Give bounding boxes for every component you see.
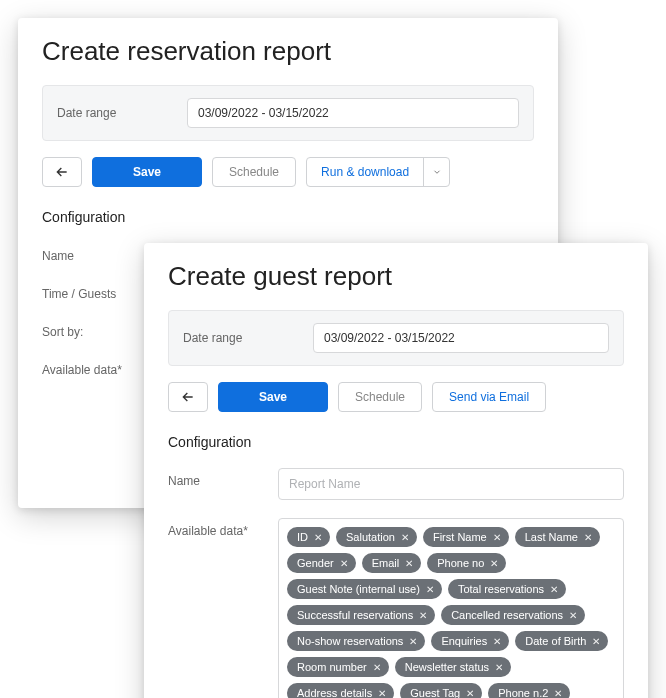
close-icon[interactable]: ✕	[419, 610, 427, 621]
available-data-row: Available data* ID✕Salutation✕First Name…	[168, 518, 624, 698]
run-download-button[interactable]: Run & download	[307, 158, 423, 186]
data-chip[interactable]: Last Name✕	[515, 527, 600, 547]
data-chip[interactable]: Guest Tag✕	[400, 683, 482, 698]
name-label: Name	[42, 243, 132, 263]
chip-label: Email	[372, 557, 400, 569]
data-chip[interactable]: Successful reservations✕	[287, 605, 435, 625]
page-title: Create guest report	[168, 261, 624, 292]
data-chip[interactable]: Gender✕	[287, 553, 356, 573]
guest-report-panel: Create guest report Date range Save Sche…	[144, 243, 648, 698]
data-chip[interactable]: No-show reservations✕	[287, 631, 425, 651]
configuration-heading: Configuration	[42, 209, 534, 225]
data-chip[interactable]: Newsletter status✕	[395, 657, 511, 677]
chip-label: Newsletter status	[405, 661, 489, 673]
chip-label: Room number	[297, 661, 367, 673]
available-data-label: Available data*	[168, 518, 258, 538]
chip-label: Gender	[297, 557, 334, 569]
chip-label: Last Name	[525, 531, 578, 543]
data-chip[interactable]: Salutation✕	[336, 527, 417, 547]
data-chip[interactable]: Date of Birth✕	[515, 631, 608, 651]
chip-label: Total reservations	[458, 583, 544, 595]
run-download-dropdown[interactable]	[423, 158, 449, 186]
save-button[interactable]: Save	[218, 382, 328, 412]
close-icon[interactable]: ✕	[314, 532, 322, 543]
close-icon[interactable]: ✕	[373, 662, 381, 673]
save-button[interactable]: Save	[92, 157, 202, 187]
chip-label: Address details	[297, 687, 372, 698]
arrow-left-icon	[180, 389, 196, 405]
back-button[interactable]	[42, 157, 82, 187]
action-button-row: Save Schedule Send via Email	[168, 382, 624, 412]
chip-label: Phone no	[437, 557, 484, 569]
chip-label: Salutation	[346, 531, 395, 543]
close-icon[interactable]: ✕	[493, 532, 501, 543]
chip-label: Enquiries	[441, 635, 487, 647]
data-chip[interactable]: Email✕	[362, 553, 422, 573]
schedule-button[interactable]: Schedule	[212, 157, 296, 187]
data-chip[interactable]: Enquiries✕	[431, 631, 509, 651]
date-range-input[interactable]	[187, 98, 519, 128]
close-icon[interactable]: ✕	[569, 610, 577, 621]
data-chip[interactable]: Cancelled reservations✕	[441, 605, 585, 625]
time-guests-label: Time / Guests	[42, 281, 132, 301]
chevron-down-icon	[432, 167, 442, 177]
close-icon[interactable]: ✕	[340, 558, 348, 569]
chip-label: Phone n.2	[498, 687, 548, 698]
data-chip[interactable]: Phone no✕	[427, 553, 506, 573]
report-name-input[interactable]	[278, 468, 624, 500]
chip-label: Guest Note (internal use)	[297, 583, 420, 595]
chip-label: ID	[297, 531, 308, 543]
date-range-row: Date range	[168, 310, 624, 366]
data-chip[interactable]: First Name✕	[423, 527, 509, 547]
name-row: Name	[168, 468, 624, 500]
chip-label: Cancelled reservations	[451, 609, 563, 621]
close-icon[interactable]: ✕	[378, 688, 386, 699]
close-icon[interactable]: ✕	[495, 662, 503, 673]
configuration-heading: Configuration	[168, 434, 624, 450]
close-icon[interactable]: ✕	[426, 584, 434, 595]
chip-label: Successful reservations	[297, 609, 413, 621]
close-icon[interactable]: ✕	[584, 532, 592, 543]
data-chip[interactable]: Guest Note (internal use)✕	[287, 579, 442, 599]
run-download-split-button: Run & download	[306, 157, 450, 187]
action-button-row: Save Schedule Run & download	[42, 157, 534, 187]
date-range-row: Date range	[42, 85, 534, 141]
chip-label: First Name	[433, 531, 487, 543]
close-icon[interactable]: ✕	[493, 636, 501, 647]
send-email-button[interactable]: Send via Email	[432, 382, 546, 412]
data-chip[interactable]: Total reservations✕	[448, 579, 566, 599]
date-range-label: Date range	[183, 331, 273, 345]
name-label: Name	[168, 468, 258, 488]
page-title: Create reservation report	[42, 36, 534, 67]
data-chip[interactable]: ID✕	[287, 527, 330, 547]
available-data-chips[interactable]: ID✕Salutation✕First Name✕Last Name✕Gende…	[278, 518, 624, 698]
chip-label: Date of Birth	[525, 635, 586, 647]
data-chip[interactable]: Phone n.2✕	[488, 683, 570, 698]
chip-label: Guest Tag	[410, 687, 460, 698]
close-icon[interactable]: ✕	[401, 532, 409, 543]
data-chip[interactable]: Room number✕	[287, 657, 389, 677]
sort-by-label: Sort by:	[42, 319, 132, 339]
data-chip[interactable]: Address details✕	[287, 683, 394, 698]
chip-label: No-show reservations	[297, 635, 403, 647]
date-range-label: Date range	[57, 106, 147, 120]
close-icon[interactable]: ✕	[554, 688, 562, 699]
close-icon[interactable]: ✕	[550, 584, 558, 595]
close-icon[interactable]: ✕	[405, 558, 413, 569]
close-icon[interactable]: ✕	[592, 636, 600, 647]
close-icon[interactable]: ✕	[409, 636, 417, 647]
date-range-input[interactable]	[313, 323, 609, 353]
close-icon[interactable]: ✕	[466, 688, 474, 699]
close-icon[interactable]: ✕	[490, 558, 498, 569]
available-data-label: Available data*	[42, 357, 132, 377]
back-button[interactable]	[168, 382, 208, 412]
schedule-button[interactable]: Schedule	[338, 382, 422, 412]
arrow-left-icon	[54, 164, 70, 180]
